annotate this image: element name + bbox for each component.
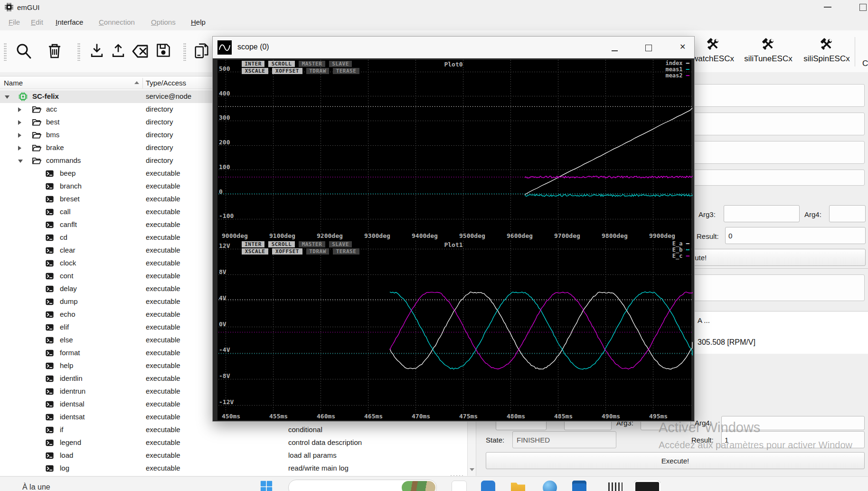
drag-handle-dots[interactable] [450, 475, 464, 476]
minimize-icon[interactable] [824, 7, 831, 8]
search-highlight-image[interactable] [402, 481, 435, 491]
menu-item-connection[interactable]: Connection [99, 18, 135, 26]
tree-item-type: executable [146, 349, 180, 357]
column-header-name[interactable]: Name [4, 79, 23, 87]
result-input[interactable]: 0 [725, 227, 866, 244]
taskbar-icon-briefcase[interactable] [572, 481, 586, 491]
expand-icon[interactable] [18, 133, 21, 138]
scope-button-tdraw[interactable]: TDRAW [306, 68, 329, 74]
tree-item-type: executable [146, 310, 180, 318]
svg-text:-4V: -4V [219, 346, 230, 353]
tool-button-clipped[interactable]: C [862, 59, 868, 68]
scope-button-slave[interactable]: SLAVE [329, 241, 352, 247]
scope-button-inter[interactable]: INTER [242, 61, 264, 67]
trash-icon[interactable] [45, 42, 64, 61]
terminal-icon [45, 233, 55, 243]
scope-button-xscale[interactable]: XSCALE [242, 248, 268, 255]
tool-button-watchescx[interactable]: watchESCx [687, 37, 739, 64]
arg4-input[interactable] [829, 205, 866, 222]
upload-icon[interactable] [110, 42, 129, 61]
arg3-label: Arg3: [698, 210, 716, 218]
terminal-icon [45, 412, 55, 422]
terminal-icon [45, 207, 55, 217]
terminal-icon [45, 399, 55, 409]
taskbar-icon-browser-sphere[interactable] [543, 481, 557, 491]
copy-icon[interactable] [193, 42, 212, 61]
tree-item-type: executable [146, 195, 180, 203]
scope-button-tdraw[interactable]: TDRAW [306, 248, 329, 255]
svg-text:9600deg: 9600deg [507, 232, 533, 239]
folder-icon [31, 143, 41, 153]
toolbar-grip[interactable] [183, 43, 186, 61]
taskbar-icon-app-white[interactable] [452, 481, 467, 491]
tree-item-name: identlin [60, 374, 83, 382]
scope-window[interactable]: scope (0) ✕ 9000deg9100deg9200deg9300deg… [212, 36, 695, 422]
scope-button-master[interactable]: MASTER [299, 61, 325, 67]
tree-item-type: executable [146, 284, 180, 293]
toolbar-grip[interactable] [77, 43, 80, 61]
expand-icon[interactable] [18, 120, 21, 125]
taskbar-icon-folder[interactable] [511, 481, 525, 491]
tree-item-name: breset [60, 195, 80, 203]
tree-item-type: executable [146, 464, 180, 472]
taskbar-news-widget[interactable]: À la une [22, 483, 50, 491]
result-input[interactable]: 1 [721, 431, 865, 448]
execute-button[interactable]: Execute! [486, 452, 865, 469]
scope-maximize-icon[interactable] [645, 45, 652, 51]
scope-titlebar[interactable]: scope (0) ✕ [213, 37, 694, 58]
menu-item-options[interactable]: Options [151, 18, 176, 26]
save-icon[interactable] [155, 42, 174, 61]
tree-item-type: directory [146, 118, 173, 126]
scope-button-inter[interactable]: INTER [242, 241, 264, 247]
scope-button-slave[interactable]: SLAVE [329, 61, 352, 67]
menu-item-help[interactable]: Help [191, 18, 206, 26]
tool-button-silituneescx[interactable]: siliTuneESCx [742, 37, 794, 64]
tree-row-log[interactable]: logexecutableread/write main log [0, 462, 467, 475]
scroll-down-icon[interactable] [468, 463, 476, 476]
taskbar-search-input[interactable] [288, 480, 437, 491]
scope-close-icon[interactable]: ✕ [679, 42, 686, 51]
column-divider[interactable] [142, 78, 143, 88]
arg3-input[interactable] [724, 205, 800, 222]
windows-start-icon[interactable] [260, 481, 274, 491]
expand-icon[interactable] [18, 146, 21, 151]
collapse-icon[interactable] [5, 95, 9, 99]
taskbar-icon-grille[interactable] [608, 482, 623, 491]
svg-text:400: 400 [219, 90, 230, 97]
menu-item-file[interactable]: File [9, 18, 20, 26]
taskbar-icon-app-blue[interactable] [481, 481, 495, 491]
scope-minimize-icon[interactable] [612, 50, 618, 51]
download-icon[interactable] [88, 42, 107, 61]
maximize-icon[interactable] [859, 4, 867, 11]
result-label: Result: [697, 232, 719, 240]
scope-button-xoffset[interactable]: XOFFSET [272, 248, 302, 255]
svg-text:465ms: 465ms [364, 413, 383, 420]
tree-item-name: legend [60, 438, 81, 446]
tree-row-if[interactable]: ifexecutableconditional [0, 424, 467, 436]
tool-button-silispinescx[interactable]: siliSpinESCx [801, 37, 853, 64]
expand-icon[interactable] [18, 107, 21, 112]
terminal-icon [45, 361, 55, 371]
menu-item-edit[interactable]: Edit [31, 18, 43, 26]
scope-button-xscale[interactable]: XSCALE [242, 68, 268, 74]
clear-icon[interactable] [131, 42, 150, 61]
menubar: FileEditInterfaceConnectionOptionsHelp [0, 14, 868, 31]
tree-item-description: load all params [288, 451, 337, 459]
search-icon[interactable] [14, 42, 33, 61]
svg-text:450ms: 450ms [222, 413, 240, 420]
scope-button-terase[interactable]: TERASE [333, 68, 359, 74]
scope-button-terase[interactable]: TERASE [333, 248, 359, 255]
scope-button-scroll[interactable]: SCROLL [268, 61, 295, 67]
taskbar-icon-dark-thumbnail[interactable] [634, 481, 660, 491]
scope-button-master[interactable]: MASTER [299, 241, 325, 247]
tree-item-type: executable [146, 182, 180, 190]
toolbar-grip[interactable] [4, 43, 7, 61]
tree-row-load[interactable]: loadexecutableload all params [0, 449, 467, 462]
arg4-input[interactable] [721, 416, 865, 430]
tree-row-legend[interactable]: legendexecutablecontrol data description [0, 436, 467, 449]
menu-item-interface[interactable]: Interface [56, 18, 83, 26]
column-header-type[interactable]: Type/Access [146, 79, 186, 87]
scope-button-scroll[interactable]: SCROLL [268, 241, 295, 247]
collapse-icon[interactable] [18, 160, 23, 163]
scope-button-xoffset[interactable]: XOFFSET [272, 68, 302, 74]
